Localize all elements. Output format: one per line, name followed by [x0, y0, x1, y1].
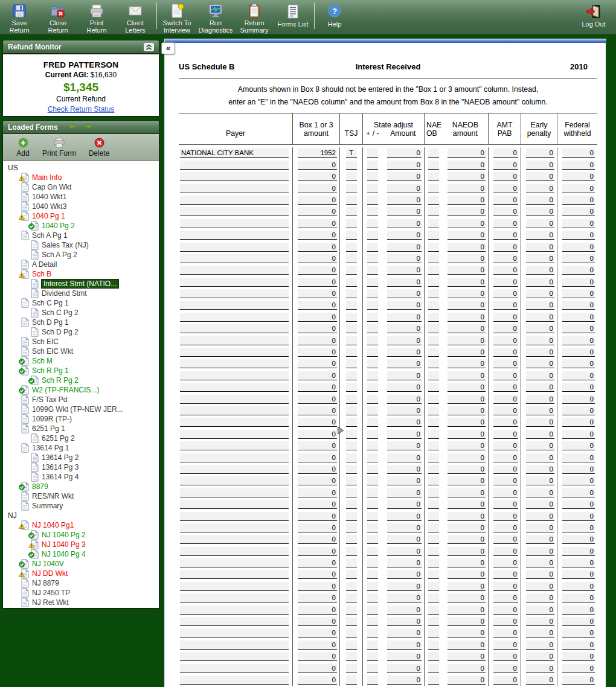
naeob-field[interactable] [428, 512, 439, 521]
add-button[interactable]: Add [9, 137, 37, 158]
state-adjust-amount-field[interactable]: 0 [387, 395, 422, 404]
early-penalty-field[interactable]: 0 [526, 278, 554, 287]
state-adjust-amount-field[interactable]: 0 [387, 371, 422, 380]
naeob-field[interactable] [428, 465, 439, 474]
state-adjust-sign-field[interactable] [367, 664, 378, 673]
box1or3-amount-field[interactable]: 1952 [298, 149, 337, 158]
tree-item-nj-ret-wkt[interactable]: NJ Ret Wkt [3, 598, 159, 607]
naeob-field[interactable] [428, 289, 439, 298]
state-adjust-amount-field[interactable]: 0 [387, 476, 422, 485]
tree-item-nj-1040-pg-3[interactable]: NJ 1040 Pg 3 [3, 540, 159, 549]
payer-field[interactable] [180, 184, 289, 193]
federal-withheld-field[interactable]: 0 [562, 641, 595, 650]
amt-pab-field[interactable]: 0 [493, 488, 518, 497]
box1or3-amount-field[interactable]: 0 [298, 535, 337, 544]
state-adjust-sign-field[interactable] [367, 207, 378, 216]
amt-pab-field[interactable]: 0 [493, 652, 518, 661]
amt-pab-field[interactable]: 0 [493, 207, 518, 216]
payer-field[interactable] [180, 676, 289, 685]
tsj-field[interactable]: T [346, 149, 357, 158]
early-penalty-field[interactable]: 0 [526, 219, 554, 228]
early-penalty-field[interactable]: 0 [526, 617, 554, 626]
federal-withheld-field[interactable]: 0 [562, 582, 595, 591]
naeob-field[interactable] [428, 359, 439, 368]
state-adjust-sign-field[interactable] [367, 453, 378, 462]
tsj-field[interactable] [346, 453, 357, 462]
box1or3-amount-field[interactable]: 0 [298, 476, 337, 485]
tree-item-sch-b[interactable]: Sch B [3, 269, 159, 279]
federal-withheld-field[interactable]: 0 [562, 476, 595, 485]
toolbar-save-return-button[interactable]: SaveReturn [1, 0, 38, 34]
naeob-amount-field[interactable]: 0 [448, 219, 486, 228]
state-adjust-sign-field[interactable] [367, 336, 378, 345]
box1or3-amount-field[interactable]: 0 [298, 406, 337, 415]
payer-field[interactable] [180, 512, 289, 521]
box1or3-amount-field[interactable]: 0 [298, 207, 337, 216]
tree-item-nj-dd-wkt[interactable]: NJ DD Wkt [3, 569, 159, 578]
payer-field[interactable] [180, 348, 289, 357]
box1or3-amount-field[interactable]: 0 [298, 570, 337, 579]
amt-pab-field[interactable]: 0 [493, 418, 518, 427]
tsj-field[interactable] [346, 324, 357, 333]
payer-field[interactable] [180, 243, 289, 252]
federal-withheld-field[interactable]: 0 [562, 617, 595, 626]
state-adjust-sign-field[interactable] [367, 371, 378, 380]
tree-item-nj-8879[interactable]: NJ 8879 [3, 578, 159, 588]
state-adjust-amount-field[interactable]: 0 [387, 664, 422, 673]
federal-withheld-field[interactable]: 0 [562, 149, 595, 158]
box1or3-amount-field[interactable]: 0 [298, 664, 337, 673]
tsj-field[interactable] [346, 652, 357, 661]
federal-withheld-field[interactable]: 0 [562, 301, 595, 310]
early-penalty-field[interactable]: 0 [526, 359, 554, 368]
amt-pab-field[interactable]: 0 [493, 512, 518, 521]
amt-pab-field[interactable]: 0 [493, 593, 518, 602]
amt-pab-field[interactable]: 0 [493, 395, 518, 404]
naeob-amount-field[interactable]: 0 [448, 570, 486, 579]
naeob-amount-field[interactable]: 0 [448, 184, 486, 193]
state-adjust-amount-field[interactable]: 0 [387, 523, 422, 532]
early-penalty-field[interactable]: 0 [526, 453, 554, 462]
payer-field[interactable] [180, 617, 289, 626]
payer-field[interactable] [180, 664, 289, 673]
state-adjust-amount-field[interactable]: 0 [387, 617, 422, 626]
tsj-field[interactable] [346, 488, 357, 497]
state-adjust-amount-field[interactable]: 0 [387, 465, 422, 474]
payer-field[interactable] [180, 301, 289, 310]
box1or3-amount-field[interactable]: 0 [298, 266, 337, 275]
payer-field[interactable] [180, 570, 289, 579]
naeob-field[interactable] [428, 395, 439, 404]
tree-item-1040-pg-1[interactable]: 1040 Pg 1 [3, 211, 159, 221]
payer-field[interactable] [180, 219, 289, 228]
tsj-field[interactable] [346, 231, 357, 240]
tree-item-sch-eic-wkt[interactable]: Sch EIC Wkt [3, 347, 159, 356]
naeob-field[interactable] [428, 266, 439, 275]
naeob-field[interactable] [428, 488, 439, 497]
early-penalty-field[interactable]: 0 [526, 406, 554, 415]
box1or3-amount-field[interactable]: 0 [298, 676, 337, 685]
tree-item-main-info[interactable]: Main Info [3, 173, 159, 182]
tree-item-sales-tax-nj[interactable]: Sales Tax (NJ) [3, 240, 159, 250]
tree-item-sch-r-pg-1[interactable]: Sch R Pg 1 [3, 366, 159, 375]
tree-item-13614-pg-4[interactable]: 13614 Pg 4 [3, 472, 159, 482]
amt-pab-field[interactable]: 0 [493, 453, 518, 462]
payer-field[interactable] [180, 476, 289, 485]
federal-withheld-field[interactable]: 0 [562, 570, 595, 579]
amt-pab-field[interactable]: 0 [493, 465, 518, 474]
naeob-amount-field[interactable]: 0 [448, 406, 486, 415]
payer-field[interactable] [180, 441, 289, 450]
naeob-field[interactable] [428, 243, 439, 252]
federal-withheld-field[interactable]: 0 [562, 278, 595, 287]
payer-field[interactable] [180, 231, 289, 240]
early-penalty-field[interactable]: 0 [526, 582, 554, 591]
tree-item-6251-pg-2[interactable]: 6251 Pg 2 [3, 433, 159, 443]
state-adjust-sign-field[interactable] [367, 395, 378, 404]
box1or3-amount-field[interactable]: 0 [298, 593, 337, 602]
naeob-amount-field[interactable]: 0 [448, 395, 486, 404]
tsj-field[interactable] [346, 617, 357, 626]
tsj-field[interactable] [346, 593, 357, 602]
federal-withheld-field[interactable]: 0 [562, 184, 595, 193]
box1or3-amount-field[interactable]: 0 [298, 289, 337, 298]
state-adjust-sign-field[interactable] [367, 219, 378, 228]
naeob-field[interactable] [428, 476, 439, 485]
naeob-field[interactable] [428, 606, 439, 615]
